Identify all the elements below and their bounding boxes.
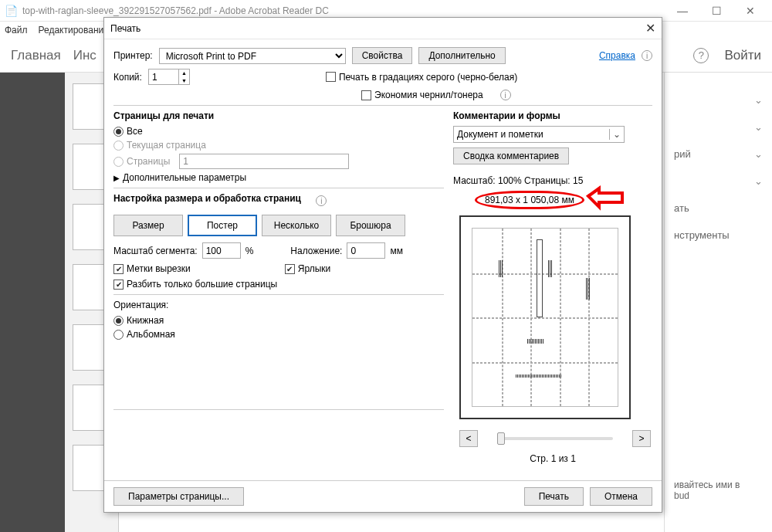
menu-edit[interactable]: Редактирование	[39, 25, 109, 36]
printer-select[interactable]: Microsoft Print to PDF	[159, 48, 346, 64]
window-title: top-with-raglan-sleeve_392291527057562.p…	[22, 5, 329, 16]
pages-group-title: Страницы для печати	[113, 110, 444, 121]
grayscale-checkbox[interactable]: Печать в градациях серого (черно-белая)	[326, 72, 517, 83]
comments-combo[interactable]: Документ и пометки⌄	[453, 126, 625, 143]
scale-label: Масштаб: 100% Страницы: 15	[453, 175, 652, 186]
advanced-button[interactable]: Дополнительно	[418, 47, 505, 64]
panel-footer-text: ивайтесь ими в	[674, 479, 763, 490]
comments-title: Комментарии и формы	[453, 110, 652, 121]
radio-all[interactable]: Все	[113, 126, 444, 137]
panel-item[interactable]: ⌄	[674, 86, 763, 114]
preview-page-label: Стр. 1 из 1	[453, 453, 652, 464]
booklet-button[interactable]: Брошюра	[336, 215, 405, 236]
print-dialog: Печать ✕ Принтер: Microsoft Print to PDF…	[103, 17, 662, 513]
poster-button[interactable]: Постер	[188, 215, 257, 236]
close-window-button[interactable]: ✕	[733, 0, 767, 22]
close-dialog-button[interactable]: ✕	[645, 21, 655, 36]
sidebar-left	[0, 73, 65, 532]
tab-tools[interactable]: Инс	[73, 48, 96, 63]
panel-item[interactable]: рий⌄	[674, 141, 763, 168]
help-link[interactable]: Справка	[599, 50, 635, 61]
properties-button[interactable]: Свойства	[352, 47, 413, 64]
chevron-down-icon: ⌄	[754, 175, 763, 187]
chevron-down-icon: ⌄	[754, 94, 763, 106]
print-button[interactable]: Печать	[524, 487, 584, 506]
right-tools-panel: ⌄ ⌄ рий⌄ ⌄ ать нструменты ивайтесь ими в…	[664, 73, 772, 532]
chevron-down-icon: ⌄	[754, 121, 763, 133]
size-group-title: Настройка размера и обработка страниц	[113, 193, 301, 204]
overlap-label: Наложение:	[290, 246, 342, 256]
dialog-title: Печать	[110, 23, 141, 34]
cutmarks-checkbox[interactable]: ✔Метки вырезки	[113, 263, 191, 274]
svg-marker-0	[588, 188, 622, 207]
pdf-icon: 📄	[5, 5, 18, 17]
radio-landscape[interactable]: Альбомная	[113, 329, 444, 340]
info-icon[interactable]: i	[500, 90, 511, 100]
minimize-button[interactable]: —	[665, 0, 699, 22]
more-options-toggle[interactable]: ▶Дополнительные параметры	[113, 172, 444, 183]
overlap-input[interactable]	[347, 242, 385, 259]
signin-button[interactable]: Войти	[724, 48, 761, 63]
panel-item[interactable]: нструменты	[674, 222, 763, 249]
tab-home[interactable]: Главная	[11, 48, 61, 63]
pages-input[interactable]	[179, 154, 349, 169]
help-icon[interactable]: ?	[693, 48, 709, 63]
chevron-down-icon: ⌄	[754, 148, 763, 160]
maximize-button[interactable]: ☐	[699, 0, 733, 22]
size-button[interactable]: Размер	[113, 215, 183, 236]
multiple-button[interactable]: Несколько	[262, 215, 331, 236]
summarize-comments-button[interactable]: Сводка комментариев	[453, 147, 569, 164]
preview-next-button[interactable]: >	[632, 430, 651, 447]
menu-file[interactable]: Файл	[5, 25, 28, 36]
panel-item[interactable]: ⌄	[674, 168, 763, 195]
panel-item[interactable]: ать	[674, 195, 763, 222]
radio-portrait[interactable]: Книжная	[113, 315, 444, 326]
copies-input[interactable]	[148, 69, 179, 85]
tile-scale-input[interactable]	[202, 242, 241, 259]
info-icon[interactable]: i	[316, 195, 327, 206]
dialog-title-bar: Печать ✕	[104, 18, 662, 39]
panel-footer-text: bud	[674, 490, 763, 501]
cancel-button[interactable]: Отмена	[590, 487, 652, 506]
orientation-title: Ориентация:	[113, 300, 444, 310]
page-dimensions: 891,03 x 1 050,08 мм	[475, 191, 584, 209]
tile-scale-label: Масштаб сегмента:	[113, 246, 198, 256]
chevron-down-icon: ⌄	[609, 129, 621, 140]
ink-checkbox[interactable]: Экономия чернил/тонера	[361, 90, 483, 100]
spinner-up[interactable]: ▲	[179, 69, 189, 77]
split-large-checkbox[interactable]: ✔Разбить только большие страницы	[113, 279, 277, 290]
page-setup-button[interactable]: Параметры страницы...	[113, 487, 244, 506]
annotation-arrow-icon	[588, 187, 625, 212]
spinner-down[interactable]: ▼	[179, 77, 189, 85]
print-preview	[459, 215, 631, 419]
radio-current[interactable]: Текущая страница	[113, 140, 444, 151]
labels-checkbox[interactable]: ✔Ярлыки	[285, 263, 331, 274]
printer-label: Принтер:	[113, 50, 153, 61]
radio-pages[interactable]: Страницы	[113, 154, 444, 169]
panel-item[interactable]: ⌄	[674, 114, 763, 141]
help-small-icon[interactable]: i	[642, 50, 652, 61]
preview-prev-button[interactable]: <	[459, 430, 478, 447]
preview-slider[interactable]	[497, 437, 613, 440]
copies-label: Копий:	[113, 72, 142, 83]
